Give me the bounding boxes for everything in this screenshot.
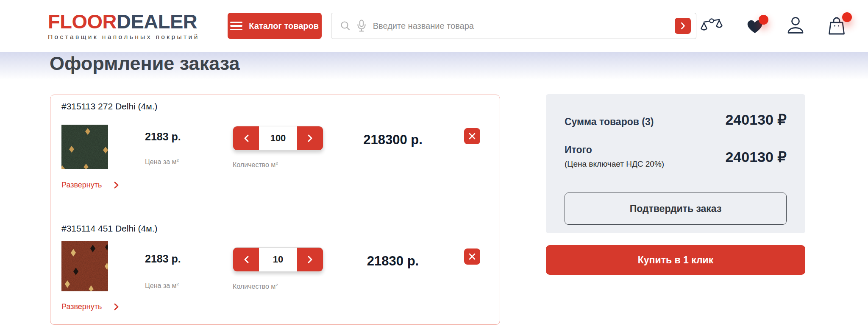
buy-one-click-button[interactable]: Купить в 1 клик <box>546 245 805 275</box>
price-unit-text: Цена за м <box>145 158 177 165</box>
items-sum-label: Сумма товаров (3) <box>565 116 654 128</box>
quantity-unit-label: Количество м2 <box>233 282 278 290</box>
confirm-order-button[interactable]: Подтвердить заказ <box>565 193 787 225</box>
quantity-unit-label: Количество м2 <box>233 161 278 169</box>
close-icon <box>468 132 476 140</box>
quantity-decrease-button[interactable] <box>233 248 259 271</box>
items-divider <box>61 208 490 208</box>
favorites-badge <box>759 15 768 25</box>
catalog-button[interactable]: Каталог товаров <box>228 13 322 39</box>
scales-icon <box>700 16 723 36</box>
quantity-stepper <box>233 247 323 272</box>
expand-item-link[interactable]: Развернуть <box>61 181 119 190</box>
microphone-icon[interactable] <box>356 19 367 33</box>
favorites-button[interactable] <box>745 17 765 35</box>
chevron-right-icon <box>307 255 314 264</box>
item-price: 2183 р. <box>145 131 181 143</box>
quantity-unit-text: Количество м <box>233 283 275 290</box>
item-price: 2183 р. <box>145 253 181 265</box>
price-unit-sup: 2 <box>177 282 179 286</box>
quantity-input[interactable] <box>259 248 297 271</box>
menu-icon <box>230 22 242 31</box>
logo-text: FLOORDEALER <box>48 11 200 31</box>
product-thumbnail-green-carpet <box>61 125 108 169</box>
search-input[interactable] <box>373 21 675 31</box>
page-title: Оформление заказа <box>50 53 240 75</box>
quantity-increase-button[interactable] <box>297 126 323 150</box>
vat-note: (Цена включает НДС 20%) <box>565 159 664 169</box>
quantity-decrease-button[interactable] <box>233 126 259 150</box>
chevron-right-icon <box>114 181 119 189</box>
catalog-button-label: Каталог товаров <box>249 21 319 31</box>
item-price-value: 2183 р. <box>145 253 181 265</box>
logo[interactable]: FLOORDEALER Поставщик напольных покрытий <box>48 11 200 41</box>
chevron-left-icon <box>243 255 250 264</box>
cart-item-title: #315114 451 Delhi (4м.) <box>61 223 158 234</box>
remove-item-button[interactable] <box>464 248 480 265</box>
logo-part-dealer: DEALER <box>117 10 197 33</box>
price-unit-sup: 2 <box>177 158 179 162</box>
items-sum-value: 240130 ₽ <box>725 111 787 128</box>
quantity-unit-text: Количество м <box>233 161 275 168</box>
logo-tagline: Поставщик напольных покрытий <box>48 33 200 41</box>
arrow-right-icon <box>677 20 688 31</box>
item-total: 21830 р. <box>323 254 463 269</box>
search-icon <box>340 20 351 31</box>
expand-label: Развернуть <box>61 302 102 311</box>
cart-item-title: #315113 272 Delhi (4м.) <box>61 101 158 112</box>
header: FLOORDEALER Поставщик напольных покрытий… <box>0 0 868 52</box>
order-total-value: 240130 ₽ <box>725 148 787 165</box>
close-icon <box>468 252 476 261</box>
order-summary-panel: Сумма товаров (3) 240130 ₽ Итого (Цена в… <box>546 94 805 233</box>
order-total-label: Итого <box>565 144 592 156</box>
price-unit-label: Цена за м2 <box>145 282 179 290</box>
quantity-stepper <box>233 126 323 151</box>
compare-button[interactable] <box>700 16 723 36</box>
user-icon <box>787 16 804 36</box>
expand-item-link[interactable]: Развернуть <box>61 302 119 311</box>
expand-label: Развернуть <box>61 181 102 190</box>
item-total: 218300 р. <box>323 132 463 148</box>
chevron-left-icon <box>243 134 250 143</box>
chevron-right-icon <box>307 134 314 143</box>
quantity-increase-button[interactable] <box>297 248 323 271</box>
account-button[interactable] <box>787 16 804 36</box>
logo-part-floor: FLOOR <box>48 10 117 33</box>
product-thumbnail-red-carpet <box>61 241 108 291</box>
price-unit-label: Цена за м2 <box>145 158 179 166</box>
price-unit-text: Цена за м <box>145 282 177 289</box>
item-price-value: 2183 р. <box>145 131 181 142</box>
search-submit-button[interactable] <box>675 18 691 34</box>
cart-panel: #315113 272 Delhi (4м.) 2183 р. Цена за … <box>50 95 500 325</box>
chevron-right-icon <box>114 303 119 311</box>
header-icons <box>700 15 847 36</box>
cart-button[interactable] <box>826 15 847 36</box>
cart-badge <box>842 12 852 22</box>
remove-item-button[interactable] <box>464 128 480 144</box>
search-bar <box>331 13 696 39</box>
quantity-unit-sup: 2 <box>275 282 278 287</box>
quantity-input[interactable] <box>259 126 297 150</box>
quantity-unit-sup: 2 <box>275 161 278 165</box>
